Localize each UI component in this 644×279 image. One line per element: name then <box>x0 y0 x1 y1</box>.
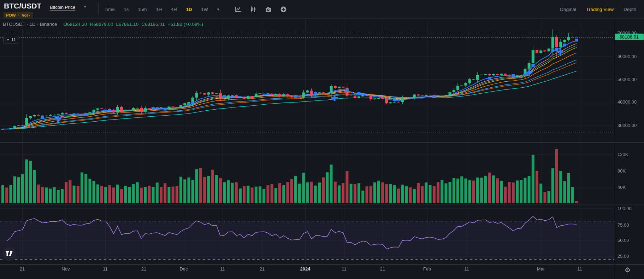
indicator-collapse-button[interactable]: 11 <box>3 36 19 43</box>
volume-axis-label: 40K <box>618 185 626 190</box>
chart-toolbar-icons <box>235 0 287 18</box>
tag-pow[interactable]: POW <box>6 13 16 17</box>
tag-separator-dot <box>18 14 19 16</box>
time-axis-label: 11 <box>342 266 347 272</box>
time-axis-label: 11 <box>103 266 108 272</box>
chevron-down-icon <box>6 39 10 41</box>
symbol-tags: POW Vol › <box>4 12 33 18</box>
camera-icon[interactable] <box>265 6 272 13</box>
last-price-badge: 68186.01 <box>615 34 644 40</box>
header-divider <box>98 3 99 16</box>
rsi-axis-label: 75.00 <box>618 222 629 228</box>
open-value: 68124.20 <box>67 22 87 27</box>
timeframe-selector: Time 1s 15m 1H 4H 1D 1W ▾ <box>105 0 219 18</box>
view-trading-view-active[interactable]: Trading View <box>586 7 614 12</box>
timeframe-1d-active[interactable]: 1D <box>186 7 192 12</box>
time-axis-label: 11 <box>577 266 582 272</box>
pair-dropdown-caret-icon[interactable]: ▾ <box>84 4 86 9</box>
indicator-count: 11 <box>11 37 16 42</box>
rsi-axis-label: 25.00 <box>618 254 629 259</box>
price-axis-label: 60000.00 <box>618 54 637 59</box>
settings-gear-icon[interactable]: ⚙ <box>625 266 631 274</box>
time-axis-label: 21 <box>380 266 385 272</box>
low-label: L <box>116 22 119 27</box>
line-chart-icon[interactable] <box>235 6 241 13</box>
time-axis-label: Mar <box>537 266 545 272</box>
candlestick-icon[interactable] <box>250 6 256 13</box>
tag-vol[interactable]: Vol › <box>22 13 30 17</box>
time-axis-label: Dec <box>179 266 188 272</box>
close-value: 68186.01 <box>145 22 165 27</box>
time-axis-label: 11 <box>464 266 469 272</box>
bitcoin-price-link[interactable]: Bitcoin Price <box>50 5 75 11</box>
timeframe-1s[interactable]: 1s <box>124 7 129 12</box>
low-value: 67861.10 <box>119 22 138 27</box>
timeframe-15m[interactable]: 15m <box>138 7 147 12</box>
view-original[interactable]: Original <box>560 7 576 12</box>
time-axis-label: 21 <box>20 266 25 272</box>
timeframe-1h[interactable]: 1H <box>156 7 162 12</box>
price-chart-canvas[interactable] <box>0 0 644 279</box>
chart-view-switcher: Original Trading View Depth <box>560 0 636 18</box>
time-axis-label: 21 <box>260 266 265 272</box>
pair-title: BTC/USDT <box>4 2 41 10</box>
price-axis-label: 40000.00 <box>618 99 637 105</box>
time-axis-label: 2024 <box>300 266 311 272</box>
price-axis-label: 50000.00 <box>618 77 637 82</box>
ohlc-readout: BTCUSDT · 1D · BinanceO68124.20H68279.00… <box>3 22 203 27</box>
chart-header: BTC/USDT Bitcoin Price ▾ POW Vol › Time … <box>0 0 644 19</box>
rsi-axis-label: 100.00 <box>618 206 632 211</box>
timeframe-time[interactable]: Time <box>105 7 114 12</box>
time-axis-label: 11 <box>220 266 225 272</box>
open-label: O <box>64 22 67 27</box>
change-value: +61.82 (+0.09%) <box>167 22 203 27</box>
timeframe-4h[interactable]: 4H <box>171 7 177 12</box>
time-axis-label: 21 <box>141 266 146 272</box>
rsi-axis-label: 50.00 <box>618 238 629 243</box>
high-label: H <box>90 22 93 27</box>
time-axis-label: Feb <box>423 266 431 272</box>
high-value: 68279.00 <box>93 22 113 27</box>
time-axis-label: Nov <box>61 266 70 272</box>
close-label: C <box>141 22 145 27</box>
timeframe-more-caret-icon[interactable]: ▾ <box>217 7 219 12</box>
view-depth[interactable]: Depth <box>624 7 636 12</box>
timeframe-1w[interactable]: 1W <box>201 7 208 12</box>
symbol-context: BTCUSDT · 1D · Binance <box>3 22 57 27</box>
plus-circle-icon[interactable] <box>280 6 287 13</box>
price-axis-label: 30000.00 <box>618 123 637 128</box>
volume-axis-label: 80K <box>618 168 626 174</box>
trading-page: BTC/USDT Bitcoin Price ▾ POW Vol › Time … <box>0 0 644 279</box>
tradingview-logo[interactable] <box>2 247 16 261</box>
tradingview-mark-icon <box>5 251 13 257</box>
volume-axis-label: 120K <box>618 152 628 157</box>
